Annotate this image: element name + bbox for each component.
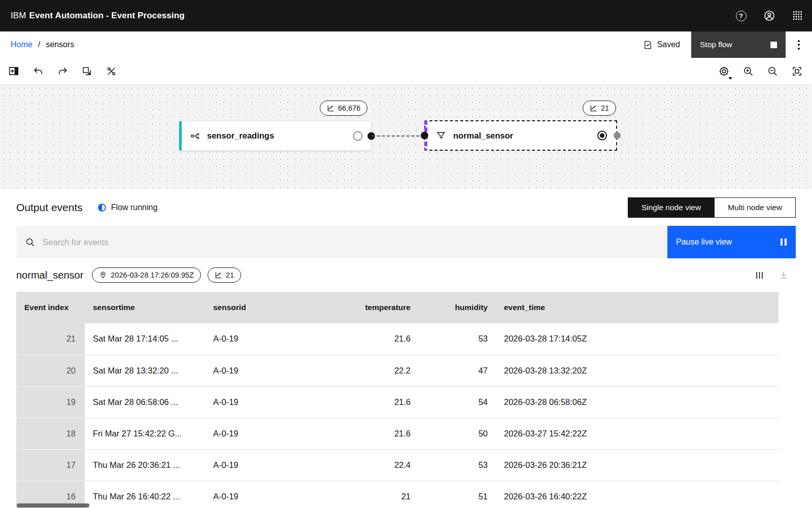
table-header-row: Event index sensortime sensorid temperat… [16, 292, 779, 323]
filter-node-count: 21 [601, 104, 609, 112]
zoom-in-button[interactable] [736, 59, 760, 83]
stop-flow-label: Stop flow [700, 40, 732, 49]
search-icon [25, 238, 35, 247]
cell-humidity: 54 [419, 386, 496, 418]
user-profile-button[interactable] [755, 0, 784, 31]
open-panel-button[interactable] [2, 59, 26, 83]
event-time-pill: 2026-03-28 17:26:09.95Z [92, 267, 201, 283]
saved-icon [643, 40, 653, 50]
connection-line [372, 136, 424, 137]
zoom-out-icon [767, 66, 778, 77]
cell-humidity: 51 [419, 481, 496, 508]
filter-input-dot[interactable] [421, 132, 428, 140]
toolbar-left-group [2, 59, 123, 83]
redo-icon [57, 66, 68, 77]
remove-connection-button[interactable] [99, 59, 123, 83]
event-count-pill-label: 21 [226, 271, 234, 279]
cell-temperature: 21.6 [324, 386, 419, 418]
redo-button[interactable] [50, 59, 75, 83]
cell-event-index: 20 [16, 355, 85, 386]
canvas-settings-button[interactable] [712, 59, 736, 83]
output-events-header: Output events Flow running Single node v… [0, 189, 812, 226]
cell-sensorid: A-0-19 [205, 386, 324, 418]
cell-event-time: 2026-03-28 17:14:05Z [496, 323, 779, 355]
selected-node-row: normal_sensor 2026-03-28 17:26:09.95Z 21 [0, 258, 812, 292]
column-settings-button[interactable] [747, 263, 771, 287]
gear-icon [719, 66, 729, 77]
fit-to-screen-icon [792, 66, 802, 77]
app-title: IBMEvent Automation - Event Processing [11, 11, 185, 21]
single-node-view-tab[interactable]: Single node view [628, 198, 714, 217]
undo-button[interactable] [26, 59, 50, 83]
overflow-menu-button[interactable] [786, 31, 812, 58]
filter-connection-dot[interactable] [614, 132, 621, 139]
saved-label: Saved [657, 40, 680, 49]
app-switcher-icon [793, 11, 803, 21]
column-header-sensortime: sensortime [85, 292, 205, 323]
download-button[interactable] [771, 263, 796, 287]
pause-live-view-label: Pause live view [676, 238, 732, 247]
event-time-icon [99, 271, 107, 279]
cell-humidity: 53 [419, 323, 496, 355]
horizontal-scrollbar-thumb[interactable] [17, 503, 89, 507]
settings-caret-icon [728, 77, 732, 80]
table-row[interactable]: 16 Thu Mar 26 16:40:22 ... A-0-19 21 51 … [16, 481, 779, 508]
event-count-icon [327, 105, 334, 112]
source-node-count-badge: 66,676 [320, 100, 367, 116]
open-panel-icon [8, 65, 19, 77]
node-sensor-readings[interactable]: sensor_readings [179, 121, 371, 150]
stop-icon [770, 42, 777, 48]
saved-status: Saved [643, 40, 680, 50]
fit-to-screen-button[interactable] [785, 59, 809, 83]
brand-prefix: IBM [11, 11, 26, 20]
table-row[interactable]: 20 Sat Mar 28 13:32:20 ... A-0-19 22.2 4… [16, 355, 779, 386]
cell-temperature: 22.4 [324, 449, 419, 481]
table-row[interactable]: 19 Sat Mar 28 06:58:06 ... A-0-19 21.6 5… [16, 386, 779, 418]
column-header-temperature: temperature [324, 292, 419, 323]
filter-output-port[interactable] [597, 131, 607, 141]
source-output-port[interactable] [353, 131, 362, 141]
app-switcher-button[interactable] [784, 0, 812, 31]
flow-running-icon [97, 203, 107, 212]
cell-event-index: 18 [16, 418, 85, 449]
cell-humidity: 50 [419, 418, 496, 449]
pause-live-view-button[interactable]: Pause live view [667, 226, 796, 258]
cell-sensortime: Thu Mar 26 16:40:22 ... [85, 481, 205, 508]
overflow-menu-icon [798, 40, 800, 42]
flow-canvas[interactable]: 66,676 21 sensor_readings normal_sens [0, 85, 812, 189]
table-row[interactable]: 18 Fri Mar 27 15:42:22 G... A-0-19 21.6 … [16, 418, 779, 449]
output-events-title: Output events [16, 201, 83, 214]
node-normal-sensor[interactable]: normal_sensor [424, 120, 617, 151]
undo-icon [33, 66, 44, 77]
help-icon [736, 11, 747, 21]
stop-flow-button[interactable]: Stop flow [691, 31, 786, 58]
cell-sensorid: A-0-19 [205, 449, 324, 481]
event-count-pill: 21 [208, 267, 241, 283]
cell-sensortime: Sat Mar 28 17:14:05 ... [85, 323, 205, 355]
cell-event-time: 2026-03-26 20:36:21Z [496, 449, 779, 481]
source-node-label: sensor_readings [207, 131, 274, 141]
event-time-pill-label: 2026-03-28 17:26:09.95Z [111, 271, 194, 279]
table-row[interactable]: 17 Thu Mar 26 20:36:21 ... A-0-19 22.4 5… [16, 449, 779, 481]
topbar-actions [727, 0, 812, 31]
breadcrumb-bar: Home / sensors Saved Stop flow [0, 31, 812, 58]
duplicate-node-button[interactable] [75, 59, 99, 83]
cell-sensorid: A-0-19 [205, 418, 324, 449]
toolbar-right-group [712, 59, 809, 83]
search-input[interactable] [43, 238, 667, 247]
column-header-humidity: humidity [419, 292, 496, 323]
event-count-icon [590, 105, 597, 112]
table-row[interactable]: 21 Sat Mar 28 17:14:05 ... A-0-19 21.6 5… [16, 323, 779, 355]
source-node-count: 66,676 [338, 104, 360, 112]
table-action-icons [747, 263, 796, 287]
cell-event-time: 2026-03-27 15:42:22Z [496, 418, 779, 449]
node-view-switcher: Single node view Multi node view [628, 197, 796, 218]
selected-node-title: normal_sensor [16, 269, 83, 281]
events-search-box[interactable] [16, 226, 667, 258]
help-button[interactable] [727, 0, 755, 31]
zoom-out-button[interactable] [760, 59, 785, 83]
multi-node-view-tab[interactable]: Multi node view [714, 198, 795, 217]
cell-event-index: 17 [16, 449, 85, 481]
breadcrumb-home-link[interactable]: Home [11, 40, 32, 49]
flow-actions: Saved Stop flow [643, 31, 812, 58]
